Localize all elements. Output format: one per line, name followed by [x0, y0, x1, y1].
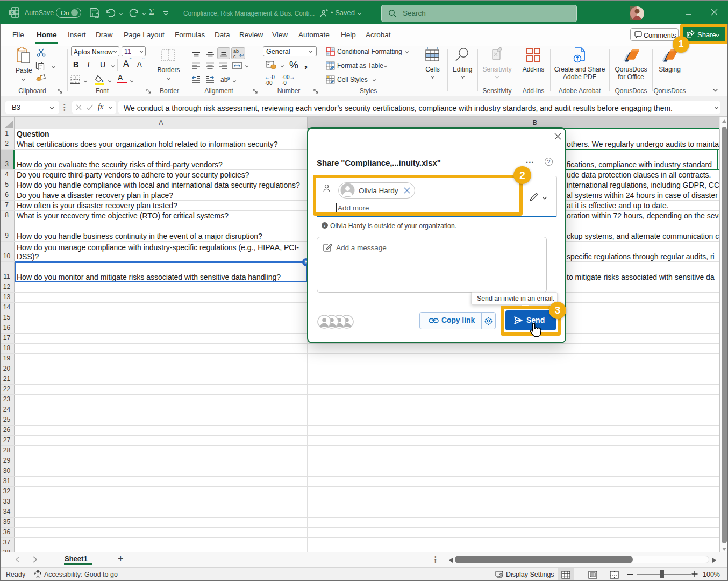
svg-text:ab: ab [220, 76, 228, 83]
svg-text:x: x [10, 10, 13, 15]
